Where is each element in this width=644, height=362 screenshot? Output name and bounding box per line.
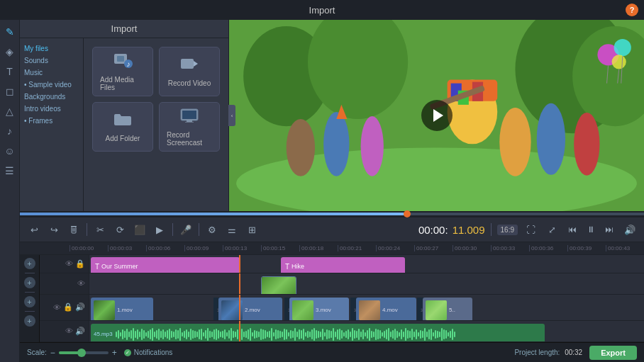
prev-frame-button[interactable]: ⏮ xyxy=(565,222,580,237)
stop-button[interactable]: ⬛ xyxy=(131,221,148,238)
toolbar-audio-icon[interactable]: ♪ xyxy=(2,123,18,139)
add-track-button-4[interactable]: + xyxy=(24,315,35,327)
toolbar-text-icon[interactable]: T xyxy=(2,64,18,79)
waveform-bar xyxy=(167,330,168,339)
scale-decrease-button[interactable]: − xyxy=(50,348,55,358)
file-tree-introvideos[interactable]: Intro videos xyxy=(24,103,79,115)
progress-fill xyxy=(20,213,407,215)
undo-button[interactable]: ↩ xyxy=(26,221,43,238)
waveform-bar xyxy=(216,329,217,340)
expand-button[interactable]: ⤢ xyxy=(543,221,560,238)
add-track-button-1[interactable]: + xyxy=(24,258,35,269)
clip-5-thumb-image xyxy=(426,300,447,320)
file-tree-samplevideo[interactable]: Sample video xyxy=(24,79,79,91)
waveform-bar xyxy=(439,332,440,337)
track-eye-icon-3[interactable]: 👁 xyxy=(53,303,61,312)
file-tree-myfiles[interactable]: My files xyxy=(24,43,79,55)
clip-4mov[interactable]: 4.mov xyxy=(356,298,416,320)
waveform-bar xyxy=(233,331,234,338)
waveform-bar xyxy=(379,330,381,339)
audio-segment-mp3[interactable]: 45.mp3 (function() { const parent = docu… xyxy=(91,324,545,341)
file-tree-frames[interactable]: Frames xyxy=(24,115,79,127)
file-tree-backgrounds[interactable]: Backgrounds xyxy=(24,91,79,103)
waveform-bar xyxy=(288,332,289,336)
play-tl-button[interactable]: ▶ xyxy=(151,221,168,238)
notifications-dot[interactable]: ✓ xyxy=(124,349,131,356)
split-button[interactable]: ⊞ xyxy=(243,221,260,238)
waveform-bar xyxy=(137,329,138,339)
scale-thumb[interactable] xyxy=(77,349,86,357)
add-track-button-3[interactable]: + xyxy=(24,296,35,307)
waveform-bar xyxy=(258,332,260,337)
add-folder-button[interactable]: Add Folder xyxy=(92,102,153,152)
redo-button[interactable]: ↪ xyxy=(45,221,62,238)
clip-1mov[interactable]: 1.mov xyxy=(91,298,153,320)
volume-button[interactable]: 🔊 xyxy=(621,221,638,238)
divider-2 xyxy=(25,292,35,293)
add-media-files-button[interactable]: ♪ Add Media Files xyxy=(92,47,153,96)
waveform-bar xyxy=(396,331,398,338)
title-segment-hike[interactable]: T Hike xyxy=(281,257,405,273)
clip-3-label: 3.mov xyxy=(316,307,331,313)
audio-track-row: 👁 🔊 45.mp3 (function() { const xyxy=(40,321,644,342)
fullscreen-icon[interactable]: ⛶ xyxy=(522,221,539,238)
waveform-bar xyxy=(382,332,383,336)
add-track-button-2[interactable]: + xyxy=(24,277,35,288)
title-segment-oursummer[interactable]: T Our Summer xyxy=(91,257,240,273)
track-lock-icon-2[interactable]: 🔒 xyxy=(63,302,73,312)
toolbar-cursor-icon[interactable]: ✎ xyxy=(2,24,18,40)
track-eye-icon-2[interactable]: 👁 xyxy=(77,279,85,288)
settings-button[interactable]: ⚙ xyxy=(204,221,221,238)
waveform-bar xyxy=(343,332,345,336)
track-eye-icon[interactable]: 👁 xyxy=(65,259,73,268)
aspect-ratio-button[interactable]: 16:9 xyxy=(497,225,518,235)
help-button[interactable]: ? xyxy=(626,4,638,16)
toolbar-shapes-icon[interactable]: ◻ xyxy=(2,84,18,99)
waveform-bar xyxy=(394,329,396,340)
record-screencast-button[interactable]: Record Screencast xyxy=(159,102,220,152)
scale-slider[interactable] xyxy=(59,351,109,354)
progress-bar-area[interactable] xyxy=(20,211,644,217)
pause-button[interactable]: ⏸ xyxy=(583,222,599,237)
clip-5mov[interactable]: 5.. xyxy=(423,298,472,320)
cut-button[interactable]: ✂ xyxy=(91,221,109,238)
waveform-bar xyxy=(145,332,147,336)
next-frame-button[interactable]: ⏭ xyxy=(601,222,617,237)
play-button[interactable] xyxy=(421,100,453,131)
clip-2mov[interactable]: 2.mov xyxy=(218,298,282,320)
file-tree-sounds[interactable]: Sounds xyxy=(24,55,79,67)
export-button[interactable]: Export xyxy=(589,346,637,360)
audio-track-content: 45.mp3 (function() { const parent = docu… xyxy=(89,321,644,341)
thumbnail-clip[interactable] xyxy=(261,276,296,294)
rotate-button[interactable]: ⟳ xyxy=(111,221,128,238)
collapse-panel-button[interactable]: ‹ xyxy=(228,105,235,126)
waveform-bar xyxy=(122,329,123,339)
file-tree-music[interactable]: Music xyxy=(24,67,79,79)
scale-increase-button[interactable]: + xyxy=(112,348,117,358)
progress-marker[interactable] xyxy=(404,210,411,217)
waveform-bar xyxy=(365,332,366,336)
toolbar-filter-icon[interactable]: ◈ xyxy=(2,44,18,60)
clip-4-thumb xyxy=(359,300,380,320)
waveform-bar xyxy=(305,332,306,336)
waveform-bar xyxy=(209,331,211,338)
toolbar-list-icon[interactable]: ☰ xyxy=(2,163,18,179)
waveform-bar xyxy=(375,329,377,340)
mic-button[interactable]: 🎤 xyxy=(177,221,194,238)
record-video-button[interactable]: Record Video xyxy=(159,47,220,96)
waveform-bar xyxy=(207,328,209,341)
toolbar-transitions-icon[interactable]: △ xyxy=(2,103,18,119)
track-lock-icon[interactable]: 🔒 xyxy=(75,259,85,268)
grid-button[interactable]: ⚌ xyxy=(223,221,240,238)
timeline-tracks: 👁 🔒 T Our Summer T xyxy=(40,255,644,342)
clip-3mov[interactable]: 3.mov xyxy=(289,298,349,320)
waveform-bar xyxy=(354,330,355,339)
ruler-mark-14: 00:00:43 xyxy=(606,245,644,251)
track-mute-icon[interactable]: 🔊 xyxy=(75,302,85,312)
ruler-marks: 00:00:00 00:00:03 00:00:06 00:00:09 00:0… xyxy=(70,245,644,251)
track-audio-eye-icon[interactable]: 👁 xyxy=(65,327,73,335)
track-audio-mute-icon[interactable]: 🔊 xyxy=(75,327,85,336)
waveform-bar xyxy=(341,330,343,339)
toolbar-sticker-icon[interactable]: ☺ xyxy=(2,143,18,159)
delete-button[interactable] xyxy=(65,221,82,238)
